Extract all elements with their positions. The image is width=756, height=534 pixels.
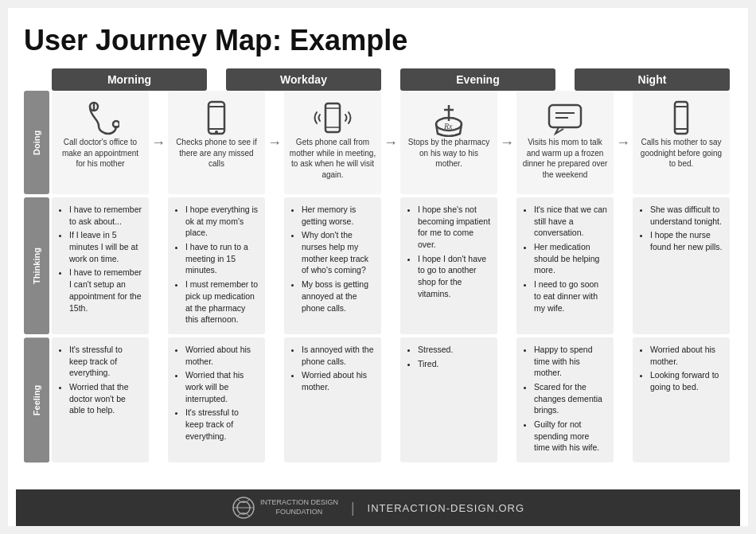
journey-table: Morning Workday Evening Night Doing (24, 68, 732, 489)
mortar-icon: Rx (430, 99, 468, 137)
page-title: User Journey Map: Example (24, 24, 732, 57)
thinking-row: Thinking I have to remember to ask about… (24, 197, 732, 334)
doing-row: Doing Call doctor's office to make an ap… (24, 91, 732, 194)
thinking-item: I must remember to pick up medication at… (185, 279, 259, 325)
thinking-cell-4: It's nice that we can still have a conve… (516, 197, 614, 334)
main-container: User Journey Map: Example Morning Workda… (8, 8, 748, 526)
phase-night: Night (575, 68, 730, 91)
footer-website: INTERACTION-DESIGN.ORG (368, 502, 525, 514)
feeling-item: Worried about his mother. (650, 344, 723, 367)
thinking-item: I have to remember I can't setup an appo… (69, 267, 142, 314)
feeling-item: It's stressful to keep track of everythi… (185, 407, 259, 442)
phase-workday: Workday (226, 68, 381, 91)
thinking-item: I hope the nurse found her new pills. (650, 229, 723, 252)
chat-icon (546, 99, 584, 137)
feeling-label: Feeling (24, 337, 49, 462)
phone-ringing-icon (314, 99, 352, 137)
doing-text-4: Visits his mom to talk and warm up a fro… (521, 137, 609, 180)
phase-evening: Evening (400, 68, 555, 91)
thinking-item: I need to go soon to eat dinner with my … (534, 279, 607, 314)
doing-cell-4: Visits his mom to talk and warm up a fro… (516, 91, 614, 194)
feeling-cell-2: Is annoyed with the phone calls. Worried… (284, 337, 381, 462)
footer-divider: | (351, 500, 355, 516)
footer: INTERACTION DESIGN FOUNDATION | INTERACT… (16, 489, 740, 526)
thinking-cell-1: I hope everything is ok at my mom's plac… (168, 197, 265, 334)
doing-cell-0: Call doctor's office to make an appointm… (52, 91, 149, 194)
arrow-2: → (384, 91, 398, 194)
thinking-cell-5: She was difficult to understand tonight.… (633, 197, 730, 334)
thinking-item: I hope everything is ok at my mom's plac… (185, 204, 259, 239)
svg-point-1 (113, 121, 119, 127)
phone-icon (197, 99, 236, 137)
thinking-cell-3: I hope she's not becoming impatient for … (400, 197, 497, 334)
foundation-logo-icon (232, 496, 255, 520)
feeling-item: It's stressful to keep track of everythi… (69, 344, 142, 379)
feeling-item: Is annoyed with the phone calls. (302, 344, 375, 367)
feeling-cell-0: It's stressful to keep track of everythi… (52, 337, 149, 462)
thinking-item: Her medication should be helping more. (534, 241, 607, 276)
thinking-item: Why don't the nurses help my mother keep… (302, 229, 375, 276)
thinking-item: It's nice that we can still have a conve… (534, 204, 607, 239)
doing-label: Doing (24, 91, 49, 194)
footer-org-line1: INTERACTION DESIGN (260, 498, 338, 508)
doing-text-1: Checks phone to see if there are any mis… (173, 137, 260, 170)
feeling-item: Worried about his mother. (185, 344, 259, 367)
doing-text-3: Stops by the pharmacy on his way to his … (405, 137, 493, 170)
header-row: Morning Workday Evening Night (49, 68, 732, 91)
feeling-item: Looking forward to going to bed. (650, 369, 723, 392)
feeling-cell-4: Happy to spend time with his mother. Sca… (516, 337, 614, 462)
thinking-item: My boss is getting annoyed at the phone … (302, 279, 375, 314)
doing-cells: Call doctor's office to make an appointm… (49, 91, 732, 194)
doing-text-2: Gets phone call from mother while in mee… (289, 137, 376, 180)
thinking-item: If I leave in 5 minutes I will be at wor… (69, 229, 142, 264)
stethoscope-icon (81, 99, 119, 137)
phone2-icon (662, 99, 700, 137)
arrow-4: → (616, 91, 630, 194)
thinking-item: Her memory is getting worse. (302, 204, 375, 227)
feeling-item: Tired. (418, 358, 491, 370)
thinking-cell-2: Her memory is getting worse. Why don't t… (284, 197, 381, 334)
feeling-item: Stressed. (418, 344, 491, 356)
feeling-item: Happy to spend time with his mother. (534, 344, 607, 379)
feeling-cell-1: Worried about his mother. Worried that h… (168, 337, 265, 462)
arrow-3: → (500, 91, 514, 194)
doing-text-5: Calls his mother to say goodnight before… (637, 137, 725, 170)
thinking-item: I have to run to a meeting in 15 minutes… (185, 241, 259, 276)
thinking-cells: I have to remember to ask about... If I … (49, 197, 732, 334)
svg-rect-14 (549, 105, 581, 127)
feeling-cells: It's stressful to keep track of everythi… (49, 337, 732, 462)
feeling-item: Worried about his mother. (302, 369, 375, 392)
feeling-item: Worried that his work will be interrupte… (185, 369, 259, 404)
thinking-item: I hope she's not becoming impatient for … (418, 204, 491, 251)
arrow-0: → (151, 91, 166, 194)
svg-point-6 (215, 131, 218, 134)
thinking-item: She was difficult to understand tonight. (650, 204, 723, 227)
doing-cell-1: Checks phone to see if there are any mis… (168, 91, 265, 194)
feeling-item: Worried that the doctor won't be able to… (69, 381, 142, 416)
footer-logo: INTERACTION DESIGN FOUNDATION (232, 496, 338, 520)
doing-text-0: Call doctor's office to make an appointm… (57, 137, 144, 170)
arrow-1: → (267, 91, 282, 194)
svg-text:Rx: Rx (443, 122, 453, 131)
doing-cell-2: Gets phone call from mother while in mee… (284, 91, 381, 194)
feeling-row: Feeling It's stressful to keep track of … (24, 337, 732, 462)
doing-cell-3: Rx Stops by the pharmacy on his way to h… (400, 91, 497, 194)
thinking-label: Thinking (24, 197, 49, 334)
footer-org-line2: FOUNDATION (260, 508, 338, 517)
thinking-item: I have to remember to ask about... (69, 204, 142, 227)
phase-morning: Morning (52, 68, 207, 91)
thinking-item: I hope I don't have to go to another sho… (418, 253, 491, 300)
feeling-cell-3: Stressed. Tired. (400, 337, 497, 462)
feeling-item: Scared for the changes dementia brings. (534, 381, 607, 416)
feeling-item: Guilty for not spending more time with h… (534, 419, 607, 454)
doing-cell-5: Calls his mother to say goodnight before… (633, 91, 730, 194)
feeling-cell-5: Worried about his mother. Looking forwar… (633, 337, 730, 462)
thinking-cell-0: I have to remember to ask about... If I … (52, 197, 149, 334)
